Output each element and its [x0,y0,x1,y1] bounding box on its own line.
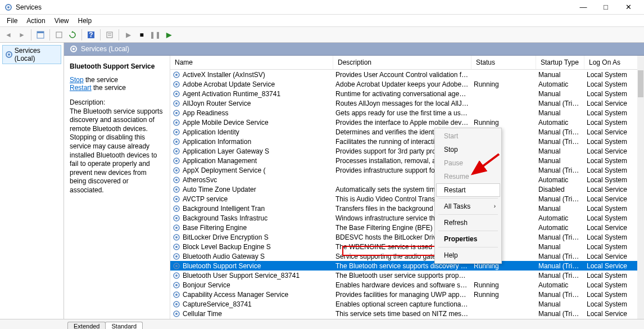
table-row[interactable]: Capability Access Manager ServiceProvide… [170,290,644,299]
cell-startup: Manual (Trigg... [536,166,584,174]
menu-bar: File Action View Help [0,15,644,27]
start-service-button[interactable]: ▶ [122,29,134,41]
restart-service-link[interactable]: Restart [70,84,92,92]
cell-description: Gets apps ready for use the first time a… [333,109,471,117]
table-row[interactable]: Application InformationFacilitates the r… [170,137,644,146]
table-row[interactable]: AppX Deployment Service (Provides infras… [170,165,644,175]
forward-button[interactable]: ► [16,29,28,41]
tree-node-services-local[interactable]: Services (Local) [2,45,61,64]
svg-point-59 [175,284,178,286]
ctx-help[interactable]: Help [436,249,500,262]
cell-logon: Local System [584,80,644,88]
export-button[interactable] [53,29,65,41]
cell-startup: Manual [536,205,584,213]
col-logon[interactable]: Log On As [584,56,644,69]
cell-name: Bluetooth Audio Gateway S [170,253,333,260]
close-button[interactable]: ✕ [617,0,640,15]
stop-service-button[interactable]: ■ [135,29,148,41]
refresh-button[interactable] [66,29,79,41]
table-row[interactable]: Background Intelligent TranTransfers fil… [170,204,644,213]
cell-startup: Manual (Trigg... [536,262,584,270]
cell-logon: Local System [584,176,644,184]
service-icon [173,281,180,289]
col-name[interactable]: Name [170,56,333,69]
cell-description: Enables hardware devices and software se… [333,281,471,289]
table-row[interactable]: BitLocker Drive Encryption SBDESVC hosts… [170,232,644,242]
minimize-button[interactable]: — [572,0,595,15]
table-row[interactable]: Bonjour ServiceEnables hardware devices … [170,280,644,290]
table-row[interactable]: AVCTP serviceThis is Audio Video Control… [170,194,644,204]
cell-logon: Local Service [584,262,644,270]
table-row[interactable]: AtherosSvcRunningAutomaticLocal System [170,175,644,184]
col-description[interactable]: Description [333,56,471,69]
cell-description: The Bluetooth user service supports prop… [333,272,471,280]
ctx-refresh[interactable]: Refresh [436,216,500,229]
service-icon [173,119,180,127]
cell-name: Application Layer Gateway S [170,147,333,155]
ctx-start: Start [436,129,500,143]
properties-button[interactable] [103,29,116,41]
menu-view[interactable]: View [50,16,74,26]
menu-help[interactable]: Help [74,16,97,26]
pause-service-button[interactable]: ❚❚ [149,29,161,41]
cell-description: Adobe Acrobat Updater keeps your Adobe s… [333,80,471,88]
stop-service-link[interactable]: Stop [70,76,84,84]
maximize-button[interactable]: □ [595,0,617,15]
table-row[interactable]: ActiveX Installer (AxInstSV)Provides Use… [170,70,644,79]
col-startup[interactable]: Startup Type [536,56,584,69]
table-row[interactable]: App ReadinessGets apps ready for use the… [170,108,644,118]
ctx-restart[interactable]: Restart [436,183,500,197]
restart-service-button[interactable]: ▶ [162,29,175,41]
table-row[interactable]: Application IdentityDetermines and verif… [170,127,644,137]
show-hide-tree-button[interactable] [34,29,47,41]
cell-description: Provides User Account Control validation… [333,71,471,79]
svg-point-31 [175,150,178,152]
svg-point-51 [175,246,178,248]
menu-action[interactable]: Action [22,16,49,26]
table-row[interactable]: Base Filtering EngineThe Base Filtering … [170,223,644,232]
cell-logon: Local System [584,214,644,222]
cell-logon: Local System [584,157,644,165]
svg-rect-3 [37,31,44,33]
service-icon [173,205,180,213]
svg-point-65 [175,313,178,315]
cell-name: Bonjour Service [170,281,333,289]
cell-startup: Automatic [536,80,584,88]
table-row[interactable]: Block Level Backup Engine SThe WBENGINE … [170,242,644,251]
table-row[interactable]: CaptureService_83741Enables optional scr… [170,299,644,309]
ctx-stop[interactable]: Stop [436,143,500,156]
table-row[interactable]: Bluetooth User Support Service_83741The … [170,271,644,280]
table-row[interactable]: Auto Time Zone UpdaterAutomatically sets… [170,184,644,194]
table-row[interactable]: Application Layer Gateway SProvides supp… [170,146,644,156]
table-row[interactable]: Adobe Acrobat Update ServiceAdobe Acroba… [170,79,644,89]
cell-startup: Manual (Trigg... [536,291,584,299]
table-row[interactable]: Cellular TimeThis service sets time base… [170,309,644,318]
cell-logon: Local System [584,300,644,308]
tab-extended[interactable]: Extended [67,322,106,329]
back-button[interactable]: ◄ [2,29,15,41]
table-row[interactable]: Application ManagementProcesses installa… [170,156,644,165]
table-row[interactable]: Bluetooth Audio Gateway SService support… [170,251,644,261]
svg-point-21 [175,102,178,105]
table-row[interactable]: Background Tasks InfrastrucWindows infra… [170,213,644,223]
cell-logon: Local System [584,90,644,98]
table-row[interactable]: Agent Activation Runtime_83741Runtime fo… [170,89,644,98]
tab-standard[interactable]: Standard [105,322,143,329]
table-row[interactable]: AllJoyn Router ServiceRoutes AllJoyn mes… [170,98,644,108]
desc-label: Description: [70,98,164,107]
cell-startup: Manual (Trigg... [536,128,584,136]
cell-name: Bluetooth Support Service [170,262,333,270]
vertical-scrollbar[interactable] [637,56,644,319]
menu-file[interactable]: File [2,16,22,26]
ctx-properties[interactable]: Properties [436,232,500,246]
cell-logon: Local Service [584,195,644,203]
service-icon [173,272,180,280]
col-status[interactable]: Status [471,56,536,69]
service-icon [173,166,180,174]
table-row[interactable]: Bluetooth Support ServiceThe Bluetooth s… [170,261,644,271]
cell-startup: Manual [536,90,584,98]
scrollbar-thumb[interactable] [638,70,643,97]
table-row[interactable]: Apple Mobile Device ServiceProvides the … [170,118,644,127]
help-button[interactable]: ? [85,29,97,41]
ctx-all-tasks[interactable]: All Tasks› [436,200,500,213]
